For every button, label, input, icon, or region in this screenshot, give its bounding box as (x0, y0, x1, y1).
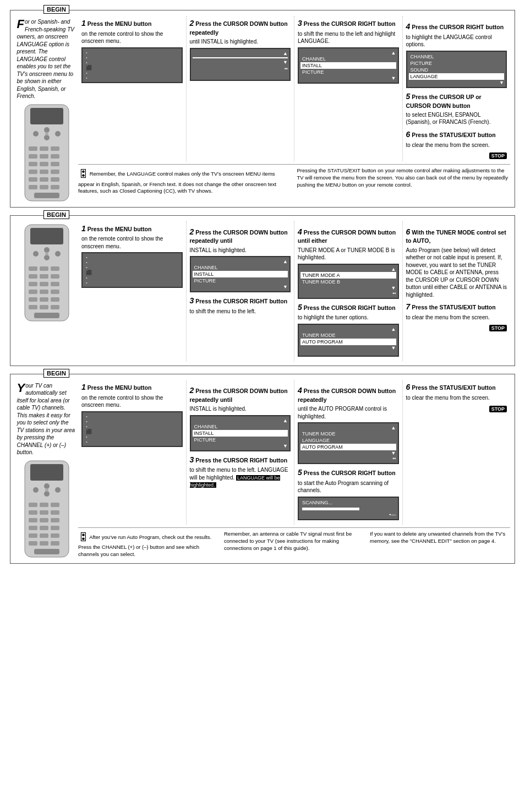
svg-point-4 (55, 131, 61, 137)
screen-ap-4: ▲ TUNER MODE LANGUAGE AUTO PROGRAM ▼ •• (298, 422, 399, 464)
intro-text-language: F or or Spanish- and French-speaking TV … (17, 18, 76, 100)
step-tuner-1: 1 Press the MENU button on the remote co… (78, 221, 186, 361)
svg-rect-62 (29, 510, 37, 515)
screen-tuner-4: ▲ TUNER MODE A TUNER MODE B ▼ •• (298, 264, 399, 299)
step-lang-4-header: Press the CURSOR RIGHT button (412, 24, 504, 30)
sidebar-language: F or or Spanish- and French-speaking TV … (15, 16, 78, 203)
svg-point-30 (55, 251, 61, 257)
step-tuner-5: 5 Press the CURSOR RIGHT button to highl… (298, 302, 399, 357)
svg-rect-39 (29, 282, 37, 286)
svg-point-2 (33, 131, 39, 137)
step-lang-2-header: Press the CURSOR DOWN button repeatedly (190, 20, 288, 36)
note-left-ap-text: After you've run Auto Program, check out… (78, 534, 211, 557)
step-ap-1-body: on the remote control to show the onscre… (81, 394, 183, 409)
step-tuner-3-header: Press the CURSOR RIGHT button (195, 298, 287, 304)
remote-control-2 (22, 224, 72, 323)
svg-rect-9 (51, 146, 59, 151)
step-lang-6-body: to clear the menu from the screen. (406, 141, 507, 149)
section-autoprog: BEGIN Y our TV can automatically set its… (10, 374, 515, 564)
svg-rect-40 (40, 282, 48, 286)
svg-rect-11 (40, 154, 48, 159)
step-tuner-5-body: to highlight the tuner options. (298, 314, 399, 321)
step-ap-3: 3 Press the CURSOR RIGHT button to shift… (190, 455, 291, 489)
svg-rect-72 (40, 533, 48, 538)
sidebar-autoprog: Y our TV can automatically set itself fo… (15, 380, 78, 559)
step-lang-3-body: to shift the menu to the left and highli… (298, 30, 399, 45)
step-lang-5-header: Press the CURSOR UP or CURSOR DOWN butto… (406, 94, 482, 109)
note-left-language-text: Remember, the LANGUAGE control makes onl… (78, 171, 276, 194)
screen-tuner-2: ▲ CHANNEL INSTALL PICTURE ▼ (190, 256, 291, 292)
stop-badge-1: STOP (489, 152, 507, 159)
step-ap-3-header: Press the CURSOR RIGHT button (195, 457, 287, 464)
steps-tuner: 1 Press the MENU button on the remote co… (78, 221, 510, 361)
step-lang-4-body: to highlight the LANGUAGE control option… (406, 34, 507, 48)
screen-tuner-5: ▲ TUNER MODE AUTO PROGRAM ▼ (298, 324, 399, 357)
step-lang-4: 4 Press the CURSOR RIGHT button to highl… (406, 21, 507, 88)
screen-ap-5: SCANNING... •— (298, 497, 399, 520)
svg-rect-36 (29, 274, 37, 279)
step-tuner-23: 2 Press the CURSOR DOWN button repeatedl… (186, 221, 294, 361)
svg-rect-25 (34, 193, 59, 198)
screen-ap-1: • • • ⬛ • • (81, 411, 183, 447)
intro-text-autoprog: Y our TV can automatically set itself fo… (17, 382, 76, 456)
step-ap-6: 6 Press the STATUS/EXIT button to clear … (402, 380, 511, 525)
svg-rect-45 (29, 297, 37, 302)
svg-rect-13 (29, 162, 37, 166)
svg-point-55 (44, 483, 50, 489)
svg-rect-16 (29, 170, 37, 174)
svg-rect-33 (29, 266, 37, 271)
begin-badge-1: BEGIN (43, 5, 69, 14)
svg-rect-14 (40, 162, 48, 166)
svg-point-31 (44, 255, 50, 260)
svg-rect-73 (51, 533, 59, 538)
step-tuner-67: 6 With the TUNER MODE control set to AUT… (402, 221, 511, 361)
svg-rect-66 (40, 518, 48, 522)
begin-badge-2: BEGIN (43, 210, 69, 219)
svg-rect-43 (40, 290, 48, 294)
screen-ap-2: ▲ CHANNEL INSTALL PICTURE ▼ (190, 415, 291, 451)
svg-rect-61 (51, 503, 59, 507)
step-tuner-1-header: Press the MENU button (88, 226, 152, 232)
step-ap-6-header: Press the STATUS/EXIT button (412, 384, 495, 391)
svg-point-56 (55, 487, 61, 493)
svg-point-58 (45, 488, 48, 492)
svg-rect-1 (30, 108, 63, 124)
svg-rect-18 (51, 170, 59, 174)
svg-rect-65 (29, 518, 37, 522)
step-ap-23: 2 Press the CURSOR DOWN button repeatedl… (186, 380, 294, 525)
svg-rect-7 (29, 146, 37, 151)
note-row-language: 🎛 Remember, the LANGUAGE control makes o… (78, 164, 510, 195)
step-tuner-4-header: Press the CURSOR DOWN button until eithe… (298, 229, 396, 244)
svg-rect-70 (51, 526, 59, 530)
step-lang-3: 3 Press the CURSOR RIGHT button to shift… (294, 16, 402, 161)
svg-rect-48 (29, 305, 37, 309)
note-right-language: Pressing the STATUS/EXIT button on your … (297, 167, 511, 195)
note-right-ap: If you want to delete any unwanted chann… (370, 531, 510, 558)
remote-control-1 (22, 103, 72, 203)
stop-badge-2: STOP (489, 325, 507, 331)
svg-rect-67 (51, 518, 59, 522)
screen-lang-4: CHANNEL PICTURE SOUND LANGUAGE ▼ (406, 51, 507, 88)
step-lang-1-header: Press the MENU button (88, 20, 152, 27)
step-ap-6-body: to clear the menu from the screen. (406, 394, 507, 402)
step-ap-1-header: Press the MENU button (88, 384, 152, 391)
remote-control-3 (22, 460, 72, 559)
svg-rect-47 (51, 297, 59, 302)
step-tuner-7: 7 Press the STATUS/EXIT button to clear … (406, 302, 507, 331)
svg-point-6 (45, 132, 48, 135)
step-tuner-6: 6 With the TUNER MODE control set to AUT… (406, 227, 507, 299)
svg-rect-59 (29, 503, 37, 507)
svg-rect-24 (51, 185, 59, 189)
step-ap-2-body: INSTALL is highlighted. (190, 405, 291, 413)
svg-rect-8 (40, 146, 48, 151)
svg-rect-35 (51, 266, 59, 271)
svg-rect-53 (30, 464, 63, 481)
svg-rect-10 (29, 154, 37, 159)
svg-rect-23 (40, 185, 48, 189)
step-tuner-6-body: Auto Program (see below) will detect whe… (406, 247, 507, 299)
svg-rect-74 (29, 541, 37, 546)
step-tuner-7-body: to clear the menu from the screen. (406, 314, 507, 321)
step-ap-5-header: Press the CURSOR RIGHT button (304, 470, 396, 476)
step-ap-2: 2 Press the CURSOR DOWN button repeatedl… (190, 385, 291, 451)
step-tuner-4: 4 Press the CURSOR DOWN button until eit… (298, 227, 399, 299)
